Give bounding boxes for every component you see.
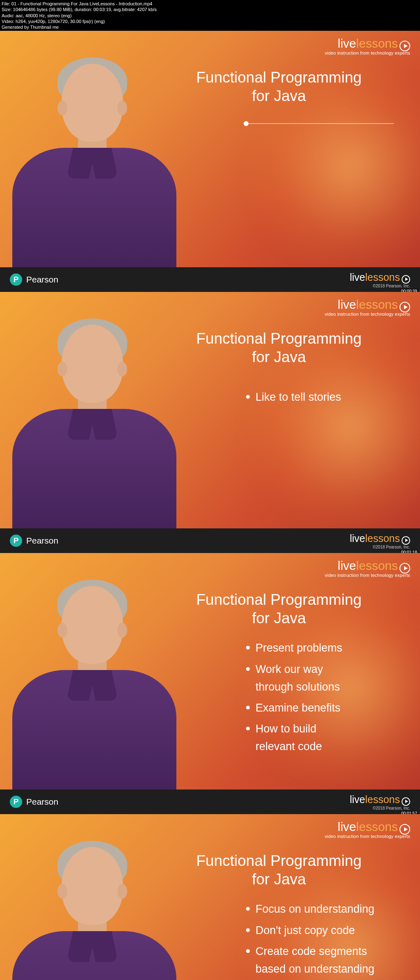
- livelessons-logo: livelessons video instruction from techn…: [325, 298, 410, 317]
- bullet-dot-icon: [246, 706, 250, 709]
- presenter-silhouette: [16, 582, 164, 790]
- bullet-item: How to build relevant code: [246, 720, 362, 755]
- bullet-dot-icon: [246, 907, 250, 911]
- course-title: Functional Programming for Java: [160, 69, 398, 105]
- logo-lessons-text: lessons: [356, 37, 398, 50]
- meta-audio: Audio: aac, 48000 Hz, stereo (eng): [2, 13, 418, 18]
- bullet-dot-icon: [246, 667, 250, 671]
- frame-footer-2: P Pearson livelessons ©2018 Pearson, Inc…: [0, 528, 420, 553]
- livelessons-logo: livelessons video instruction from techn…: [325, 37, 410, 55]
- bullet-item: Focus on understanding: [246, 900, 395, 918]
- meta-generated: Generated by Thumbnail me: [2, 24, 418, 30]
- bullet-list: Like to tell stories: [246, 388, 341, 409]
- bullet-item: Don't just copy code: [246, 922, 395, 939]
- bullet-list: Present problems Work our way through so…: [246, 639, 362, 759]
- presenter-silhouette: [16, 60, 164, 267]
- footer-live: live: [350, 271, 365, 283]
- logo-live-text: live: [338, 37, 356, 50]
- bullet-item: Examine benefits: [246, 699, 362, 717]
- presenter-silhouette: [16, 843, 164, 980]
- footer-lessons: lessons: [365, 271, 400, 283]
- presenter-silhouette: [16, 321, 164, 528]
- meta-size: Size: 104646486 bytes (99.80 MiB), durat…: [2, 7, 418, 12]
- footer-play-icon: [402, 275, 410, 284]
- frame-footer-1: P Pearson livelessons ©2018 Pearson, Inc…: [0, 267, 420, 292]
- thumbnail-frame-2: livelessons video instruction from techn…: [0, 292, 420, 528]
- play-icon: [399, 41, 410, 51]
- course-title: Functional Programming for Java: [160, 591, 398, 627]
- bullet-list: Focus on understanding Don't just copy c…: [246, 900, 395, 980]
- footer-copyright: ©2018 Pearson, Inc.: [350, 284, 410, 288]
- footer-right: livelessons ©2018 Pearson, Inc. 00:00:39: [350, 271, 410, 288]
- livelessons-logo: livelessons video instruction from techn…: [325, 559, 410, 578]
- pearson-logo: P Pearson: [10, 796, 58, 808]
- bullet-item: Work our way through solutions: [246, 661, 362, 696]
- meta-video: Video: h264, yuv420p, 1280x720, 30.00 fp…: [2, 18, 418, 24]
- play-icon: [399, 824, 410, 835]
- bullet-dot-icon: [246, 928, 250, 932]
- bullet-item: Like to tell stories: [246, 388, 341, 406]
- bullet-item: Create code segments based on understand…: [246, 943, 395, 978]
- frame-footer-3: P Pearson livelessons ©2018 Pearson, Inc…: [0, 790, 420, 814]
- pearson-name: Pearson: [26, 275, 58, 285]
- bullet-dot-icon: [246, 395, 250, 399]
- logo-tagline: video instruction from technology expert…: [325, 50, 410, 55]
- thumbnail-frame-4: livelessons video instruction from techn…: [0, 814, 420, 980]
- footer-play-icon: [402, 536, 410, 545]
- pearson-p-icon: P: [10, 273, 22, 286]
- thumbnail-frame-3: livelessons video instruction from techn…: [0, 553, 420, 790]
- footer-play-icon: [402, 797, 410, 806]
- title-line-2: for Java: [252, 87, 306, 104]
- meta-file: File: 01 - Functional Programming For Ja…: [2, 1, 418, 7]
- play-icon: [399, 302, 410, 312]
- thumbnail-frame-1: livelessons video instruction from techn…: [0, 31, 420, 267]
- bullet-text: Like to tell stories: [256, 388, 341, 406]
- course-title: Functional Programming for Java: [160, 852, 398, 888]
- play-icon: [399, 563, 410, 574]
- bullet-dot-icon: [246, 646, 250, 650]
- pearson-logo: P Pearson: [10, 535, 58, 547]
- livelessons-logo: livelessons video instruction from techn…: [325, 820, 410, 839]
- bullet-item: Present problems: [246, 639, 362, 657]
- course-title: Functional Programming for Java: [160, 330, 398, 366]
- title-line-1: Functional Programming: [196, 69, 361, 86]
- video-metadata: File: 01 - Functional Programming For Ja…: [0, 0, 420, 31]
- bullet-dot-icon: [246, 727, 250, 730]
- pearson-logo: P Pearson: [10, 273, 58, 286]
- progress-indicator: [246, 123, 394, 124]
- bullet-dot-icon: [246, 949, 250, 953]
